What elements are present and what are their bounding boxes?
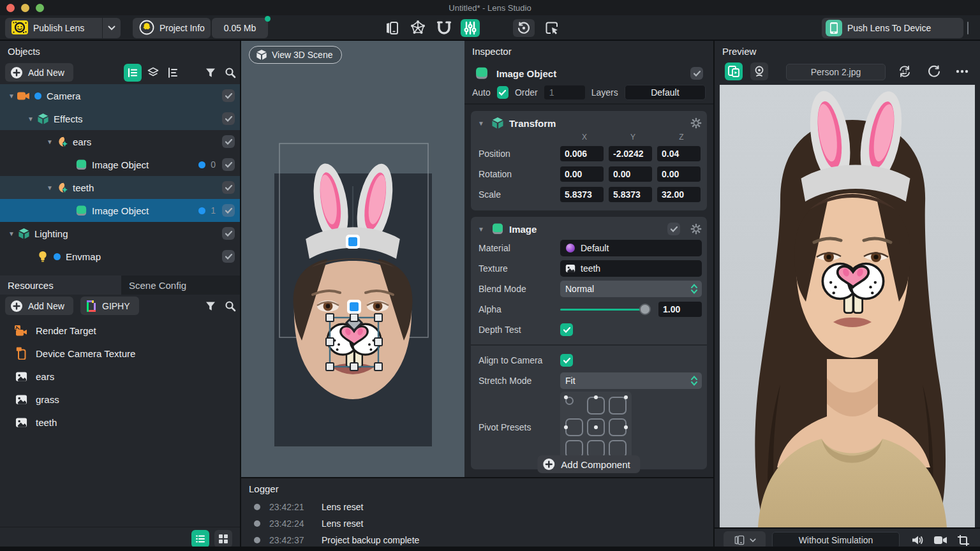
visible-dot[interactable] <box>54 253 61 260</box>
enabled-checkbox[interactable] <box>222 112 235 125</box>
device-simulation-icon[interactable] <box>383 19 402 37</box>
resource-item-render-target[interactable]: Render Target <box>0 319 240 342</box>
visible-dot[interactable] <box>34 92 41 99</box>
pivot-preset-l[interactable] <box>565 418 583 436</box>
tree-item-lighting[interactable]: ▼Lighting <box>0 222 240 245</box>
alpha-slider[interactable] <box>560 303 651 316</box>
auto-checkbox[interactable] <box>497 86 509 99</box>
tree-item-ears[interactable]: ▼ears <box>0 130 240 153</box>
hierarchy-view-icon[interactable] <box>164 64 182 82</box>
rotation-x-input[interactable] <box>560 166 604 182</box>
scene-viewport[interactable]: View 3D Scene <box>241 41 464 477</box>
enabled-checkbox[interactable] <box>222 227 235 240</box>
gear-icon[interactable] <box>690 223 702 235</box>
tree-item-image-object[interactable]: Image Object0 <box>0 153 240 176</box>
object-enabled-checkbox[interactable] <box>690 67 703 80</box>
stretch-mode-select[interactable]: Fit <box>560 372 702 389</box>
scale-y-input[interactable] <box>609 187 652 202</box>
disclosure-triangle[interactable]: ▼ <box>6 230 17 237</box>
resource-item-grass[interactable]: grass <box>0 388 240 411</box>
change-face-icon[interactable] <box>896 62 914 80</box>
more-options-icon[interactable] <box>953 62 971 80</box>
disclosure-triangle[interactable]: ▼ <box>45 138 55 145</box>
gear-icon[interactable] <box>690 117 702 129</box>
blend-mode-select[interactable]: Normal <box>560 281 702 297</box>
pivot-preset-tl[interactable] <box>565 397 574 405</box>
resource-item-teeth[interactable]: teeth <box>0 411 240 434</box>
component-enabled-checkbox[interactable] <box>667 223 680 235</box>
pivot-preset-r[interactable] <box>609 418 627 436</box>
reset-history-icon[interactable] <box>513 19 535 37</box>
enabled-checkbox[interactable] <box>222 135 235 148</box>
list-view-icon[interactable] <box>191 530 209 548</box>
enabled-checkbox[interactable] <box>222 250 235 263</box>
rotation-z-input[interactable] <box>657 166 701 182</box>
media-preview-icon[interactable] <box>725 62 743 80</box>
minimize-window-button[interactable] <box>21 4 29 12</box>
disclosure-triangle[interactable]: ▼ <box>26 115 36 122</box>
pivot-preset-c[interactable] <box>587 418 605 436</box>
align-to-camera-checkbox[interactable] <box>560 354 573 367</box>
publish-lens-button[interactable]: Publish Lens <box>5 18 102 38</box>
grid-view-icon[interactable] <box>214 530 232 548</box>
objects-add-new-button[interactable]: Add New <box>5 63 73 82</box>
enabled-checkbox[interactable] <box>222 89 235 102</box>
project-info-button[interactable]: Project Info <box>133 18 211 38</box>
snapping-magnet-icon[interactable] <box>434 19 454 37</box>
disclosure-triangle[interactable]: ▼ <box>6 92 17 99</box>
tab-resources[interactable]: Resources <box>0 276 121 295</box>
filter-icon[interactable] <box>202 297 219 315</box>
tree-item-envmap[interactable]: Envmap <box>0 245 240 268</box>
add-component-button[interactable]: Add Component <box>537 455 640 473</box>
reset-preview-icon[interactable] <box>925 62 943 80</box>
tree-item-effects[interactable]: ▼Effects <box>0 107 240 130</box>
layers-select[interactable]: Default <box>625 85 706 100</box>
preview-source-select[interactable]: Person 2.jpg <box>786 64 886 80</box>
enabled-checkbox[interactable] <box>222 158 235 171</box>
tab-scene-config[interactable]: Scene Config <box>121 276 240 295</box>
position-z-input[interactable] <box>657 146 701 161</box>
collapse-triangle[interactable]: ▼ <box>476 120 486 127</box>
search-icon[interactable] <box>221 297 239 315</box>
rotation-y-input[interactable] <box>609 166 652 182</box>
disclosure-triangle[interactable]: ▼ <box>45 184 55 191</box>
tree-item-camera[interactable]: ▼Camera <box>0 84 240 107</box>
texture-field[interactable]: teeth <box>560 260 702 277</box>
push-lens-to-device-button[interactable]: Push Lens To Device <box>822 18 963 38</box>
tree-view-icon[interactable] <box>124 64 142 82</box>
resource-item-device-camera-texture[interactable]: Device Camera Texture <box>0 342 240 365</box>
tree-item-image-object[interactable]: Image Object1 <box>0 199 240 222</box>
close-window-button[interactable] <box>6 4 15 12</box>
alpha-input[interactable] <box>658 302 702 317</box>
lens-preview-image[interactable] <box>720 85 975 527</box>
depth-test-checkbox[interactable] <box>560 323 573 336</box>
visible-dot[interactable] <box>198 207 205 214</box>
project-size-button[interactable]: 0.05 Mb <box>212 18 268 38</box>
enabled-checkbox[interactable] <box>222 204 235 217</box>
scene-3d-view[interactable] <box>241 41 464 477</box>
order-input[interactable] <box>544 85 585 99</box>
position-x-input[interactable] <box>560 146 604 161</box>
collapse-triangle[interactable]: ▼ <box>476 226 486 233</box>
select-tool-icon[interactable] <box>542 19 561 37</box>
mesh-visualization-icon[interactable] <box>408 19 427 37</box>
scale-x-input[interactable] <box>560 187 604 202</box>
pivot-preset-tr[interactable] <box>609 397 627 415</box>
zoom-window-button[interactable] <box>36 4 44 12</box>
enabled-checkbox[interactable] <box>222 181 235 194</box>
publish-lens-dropdown[interactable] <box>103 18 121 38</box>
search-icon[interactable] <box>221 64 239 82</box>
scene-settings-icon[interactable] <box>461 19 480 37</box>
scale-z-input[interactable] <box>657 187 701 202</box>
resources-add-new-button[interactable]: Add New <box>5 297 73 315</box>
tree-item-teeth[interactable]: ▼teeth <box>0 176 240 199</box>
pivot-preset-t[interactable] <box>587 397 605 415</box>
view-3d-scene-button[interactable]: View 3D Scene <box>249 46 342 64</box>
resource-item-ears[interactable]: ears <box>0 365 240 388</box>
position-y-input[interactable] <box>609 146 652 161</box>
alpha-slider-knob[interactable] <box>639 304 651 315</box>
layers-view-icon[interactable] <box>144 64 162 82</box>
webcam-icon[interactable] <box>750 62 768 80</box>
material-field[interactable]: Default <box>560 240 702 256</box>
filter-icon[interactable] <box>202 64 219 82</box>
